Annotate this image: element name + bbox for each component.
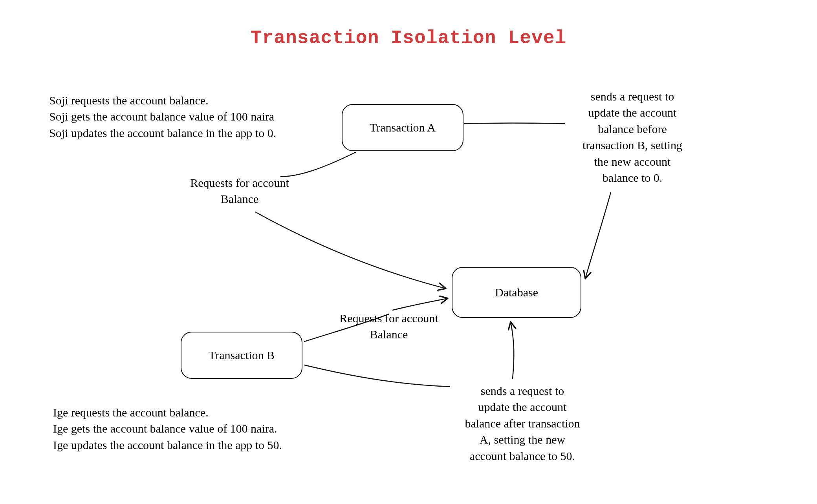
edge-transaction-a-to-label — [281, 152, 355, 177]
edge-update-b-to-database — [511, 322, 514, 379]
node-database: Database — [452, 267, 581, 318]
diagram-canvas: Transaction Isolation Level Soji request… — [0, 0, 817, 504]
edge-label-a-to-database — [255, 212, 446, 289]
node-transaction-b: Transaction B — [181, 332, 302, 379]
edge-label-update-b: sends a request to update the account ba… — [452, 383, 593, 464]
node-transaction-a-label: Transaction A — [370, 121, 436, 134]
edge-label-b-to-database — [393, 298, 448, 310]
narration-a: Soji requests the account balance. Soji … — [49, 92, 336, 141]
node-transaction-a: Transaction A — [342, 104, 463, 151]
edge-update-a-to-database — [585, 192, 611, 279]
edge-label-request-a: Requests for account Balance — [173, 175, 306, 207]
node-database-label: Database — [495, 286, 538, 299]
narration-b: Ige requests the account balance. Ige ge… — [53, 404, 340, 453]
edge-transaction-b-to-update-text — [304, 365, 450, 387]
edge-label-update-a: sends a request to update the account ba… — [566, 88, 699, 186]
edge-label-request-b: Requests for account Balance — [322, 310, 456, 343]
diagram-title: Transaction Isolation Level — [0, 27, 817, 49]
node-transaction-b-label: Transaction B — [209, 349, 275, 362]
edge-transaction-a-to-update-text — [464, 123, 565, 124]
